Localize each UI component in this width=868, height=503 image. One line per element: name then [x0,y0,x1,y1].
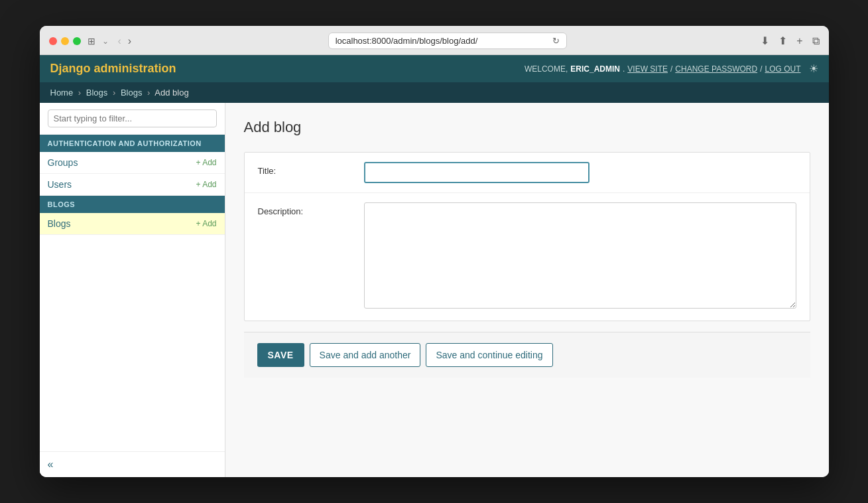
action-bar: SAVE Save and add another Save and conti… [244,332,810,378]
description-textarea[interactable] [364,202,796,309]
page-title: Add blog [244,119,810,136]
sidebar-section-blogs: Blogs [40,196,225,213]
title-label: Title: [258,162,364,176]
url-text: localhost:8000/admin/blogs/blog/add/ [336,36,478,46]
breadcrumb-sep-1: › [78,88,81,98]
sidebar-item-users[interactable]: Users + Add [40,174,225,196]
browser-chrome: ⊞ ⌄ ‹ › localhost:8000/admin/blogs/blog/… [40,26,829,55]
user-nav: WELCOME, ERIC_ADMIN. VIEW SITE / CHANGE … [525,62,818,75]
site-title: Django administration [50,62,176,76]
blogs-add-link[interactable]: + Add [196,219,216,228]
forward-button[interactable]: › [125,35,134,47]
breadcrumb-sep-3: › [147,88,150,98]
traffic-lights [49,37,81,45]
title-field [364,162,796,183]
welcome-text: WELCOME, [525,64,568,74]
close-button[interactable] [49,37,57,45]
save-continue-button[interactable]: Save and continue editing [426,343,552,367]
separator-2: / [760,64,762,74]
address-bar-container: localhost:8000/admin/blogs/blog/add/ ↻ [141,33,754,49]
new-tab-icon[interactable]: + [796,35,802,47]
blogs-label: Blogs [48,218,71,229]
tabs-icon[interactable]: ⧉ [812,35,820,47]
reload-icon[interactable]: ↻ [552,36,560,46]
top-nav: Django administration WELCOME, ERIC_ADMI… [40,55,829,82]
browser-window: ⊞ ⌄ ‹ › localhost:8000/admin/blogs/blog/… [40,26,829,477]
content-area: Add blog Title: Description: [225,103,829,477]
maximize-button[interactable] [73,37,81,45]
description-field [364,202,796,311]
change-password-link[interactable]: CHANGE PASSWORD [675,64,757,74]
breadcrumb-home[interactable]: Home [50,88,74,98]
download-icon[interactable]: ⬇ [761,35,769,47]
description-label: Description: [258,202,364,216]
username: ERIC_ADMIN [570,64,620,74]
sidebar: Authentication and Authorization Groups … [40,103,225,477]
groups-label: Groups [48,157,78,168]
sidebar-toggle-icon[interactable]: ⊞ [88,36,95,46]
form-row-title: Title: [245,153,810,193]
django-app: Django administration WELCOME, ERIC_ADMI… [40,55,829,477]
save-add-another-button[interactable]: Save and add another [310,343,421,367]
minimize-button[interactable] [61,37,69,45]
breadcrumb-blogs-model[interactable]: Blogs [121,88,143,98]
breadcrumb-bar: Home › Blogs › Blogs › Add blog [40,82,829,103]
log-out-link[interactable]: LOG OUT [765,64,800,74]
address-bar[interactable]: localhost:8000/admin/blogs/blog/add/ ↻ [328,33,567,49]
title-input[interactable] [364,162,589,183]
theme-toggle-icon[interactable]: ☀ [809,62,818,75]
form-row-description: Description: [245,193,810,321]
sidebar-item-blogs[interactable]: Blogs + Add [40,213,225,235]
view-site-link[interactable]: VIEW SITE [627,64,668,74]
nav-arrows: ‹ › [115,35,135,47]
back-button[interactable]: ‹ [115,35,124,47]
save-button[interactable]: SAVE [257,343,304,367]
browser-actions: ⬇ ⬆ + ⧉ [761,35,819,47]
separator-1: / [670,64,672,74]
users-add-link[interactable]: + Add [196,180,216,189]
share-icon[interactable]: ⬆ [778,35,787,47]
breadcrumb-sep-2: › [113,88,115,98]
sidebar-collapse-button[interactable]: « [40,451,225,477]
sidebar-filter-input[interactable] [48,109,217,127]
sidebar-item-groups[interactable]: Groups + Add [40,152,225,174]
sidebar-section-auth: Authentication and Authorization [40,135,225,152]
main-area: Authentication and Authorization Groups … [40,103,829,477]
breadcrumb-current: Add blog [155,88,188,98]
sidebar-filter-container [40,103,225,135]
users-label: Users [48,179,72,190]
form-container: Title: Description: [244,152,810,321]
breadcrumb-blogs-section[interactable]: Blogs [86,88,108,98]
groups-add-link[interactable]: + Add [196,158,216,167]
